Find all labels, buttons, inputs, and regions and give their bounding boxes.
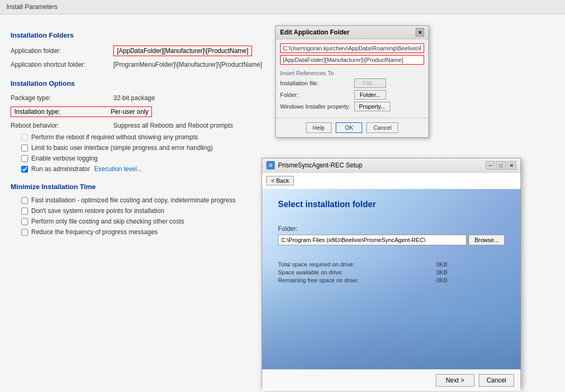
space-remaining-value: 0KB [436, 277, 447, 283]
reduce-progress-label: Reduce the frequency of progress message… [31, 228, 158, 236]
wizard-footer: Next > Cancel [262, 369, 521, 391]
install-type-label: Installation type: [14, 108, 111, 115]
space-available-row: Space available on drive: 0KB [278, 269, 447, 275]
space-remaining-label: Remaining free space on drive: [278, 277, 358, 283]
fast-install-label: Fast installation - optimized file costi… [31, 197, 236, 204]
checkbox-basic-ui[interactable] [21, 145, 28, 152]
help-btn[interactable]: Help [306, 122, 332, 133]
file-btn[interactable]: File... [354, 78, 386, 88]
install-file-label: Installation file: [280, 80, 354, 86]
wizard-folder-input-row: Browse... [278, 235, 505, 245]
wizard-folder-label: Folder: [278, 225, 505, 233]
edit-folder-dialog: Edit Application Folder ✕ Insert Referen… [275, 25, 429, 138]
edit-folder-path1[interactable] [280, 43, 424, 53]
cancel-btn[interactable]: Cancel [366, 122, 398, 133]
reboot-value: Suppress all Reboots and Reboot prompts [113, 122, 233, 129]
checkbox-basic-ui-label: Limit to basic user interface (simple pr… [31, 144, 213, 152]
checkbox-verbose[interactable] [21, 155, 28, 162]
edit-folder-body: Insert References To Installation file: … [276, 39, 428, 118]
space-required-value: 0KB [436, 261, 447, 268]
wizard-nav: < Back [262, 173, 521, 189]
app-folder-value: [AppDataFolder][Manufacturer]\[ProductNa… [113, 46, 252, 56]
app-shortcut-value: [ProgramMenuFolder]\[Manufacturer]\[Prod… [113, 61, 262, 68]
win-installer-row: Windows Installer property: Property... [280, 102, 424, 111]
main-title: Install Parameters [0, 0, 565, 14]
wizard-cancel-button[interactable]: Cancel [479, 374, 514, 387]
wizard-window-controls: ─ □ ✕ [486, 161, 516, 170]
property-btn[interactable]: Property... [354, 102, 390, 111]
reduce-progress-cb[interactable] [21, 229, 28, 236]
space-info: Total space required on drive: 0KB Space… [278, 261, 505, 283]
app-shortcut-label: Application shortcut folder: [11, 61, 111, 68]
wizard-titlebar: ⚙ PrismeSyncAgent-REC Setup ─ □ ✕ [262, 158, 521, 173]
space-available-label: Space available on drive: [278, 269, 343, 275]
edit-folder-close-btn[interactable]: ✕ [416, 28, 424, 37]
execution-level-link[interactable]: Execution level... [94, 165, 142, 173]
folder-ref-label: Folder: [280, 92, 354, 98]
wizard-icon: ⚙ [266, 161, 275, 170]
install-file-row: Installation file: File... [280, 78, 424, 88]
wizard-content: Select installation folder Folder: Brows… [262, 189, 521, 296]
wizard-minimize-btn[interactable]: ─ [486, 161, 495, 170]
package-type-label: Package type: [11, 94, 111, 102]
edit-folder-titlebar: Edit Application Folder ✕ [276, 26, 428, 39]
file-cost-cb[interactable] [21, 218, 28, 225]
install-type-value: Per-user only [111, 108, 148, 115]
wizard-heading: Select installation folder [278, 200, 505, 209]
wizard-close-btn[interactable]: ✕ [507, 161, 516, 170]
checkbox-basic-ui-row: Limit to basic user interface (simple pr… [11, 142, 554, 153]
wizard-body: Select installation folder Folder: Brows… [262, 189, 521, 369]
wizard-folder-input[interactable] [278, 235, 467, 245]
main-title-text: Install Parameters [6, 3, 58, 11]
ok-btn[interactable]: OK [336, 122, 362, 133]
folder-btn[interactable]: Folder... [354, 90, 386, 100]
reboot-label: Reboot behavior: [11, 122, 111, 129]
fast-install-cb[interactable] [21, 197, 28, 204]
setup-wizard-dialog: ⚙ PrismeSyncAgent-REC Setup ─ □ ✕ < Back… [262, 158, 521, 388]
back-button[interactable]: < Back [266, 176, 294, 185]
file-cost-label: Perform only file costing and skip check… [31, 218, 184, 225]
edit-folder-path2[interactable] [280, 55, 424, 65]
wizard-maximize-btn[interactable]: □ [496, 161, 506, 170]
checkbox-reboot[interactable] [21, 134, 28, 141]
space-required-label: Total space required on drive: [278, 261, 354, 268]
wizard-title-left: ⚙ PrismeSyncAgent-REC Setup [266, 161, 362, 170]
wizard-title-text: PrismeSyncAgent-REC Setup [278, 162, 362, 169]
checkbox-verbose-label: Enable verbose logging [31, 155, 97, 162]
checkbox-reboot-label: Perform the reboot if required without s… [31, 133, 198, 141]
app-folder-label: Application folder: [11, 47, 111, 55]
browse-button[interactable]: Browse... [469, 235, 505, 245]
space-remaining-row: Remaining free space on drive: 0KB [278, 277, 447, 283]
insert-refs-label: Insert References To [280, 70, 424, 76]
folder-ref-row: Folder: Folder... [280, 90, 424, 100]
no-restore-cb[interactable] [21, 208, 28, 215]
win-installer-label: Windows Installer property: [280, 103, 354, 110]
edit-folder-footer: Help OK Cancel [276, 118, 428, 137]
next-button[interactable]: Next > [436, 374, 474, 387]
checkbox-admin[interactable] [21, 166, 28, 173]
edit-folder-title: Edit Application Folder [280, 29, 349, 36]
checkbox-admin-label: Run as administrator [31, 165, 90, 173]
space-required-row: Total space required on drive: 0KB [278, 261, 447, 268]
package-type-value: 32-bit package [113, 94, 155, 102]
space-available-value: 0KB [436, 269, 447, 275]
no-restore-label: Don't save system restore points for ins… [31, 207, 164, 215]
